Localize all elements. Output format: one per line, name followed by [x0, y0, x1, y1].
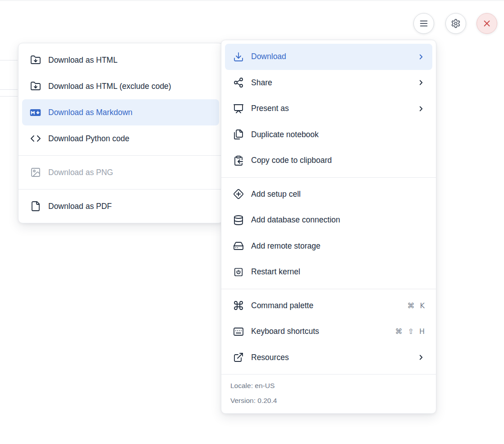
- menu-item-label: Duplicate notebook: [251, 130, 319, 139]
- share-icon: [233, 77, 244, 88]
- menu-item-label: Add remote storage: [251, 241, 321, 251]
- version-label: Version: 0.20.4: [230, 393, 427, 408]
- menu-item-label: Download as Markdown: [48, 108, 133, 117]
- external-link-icon: [233, 352, 244, 363]
- menu-item-label: Keyboard shortcuts: [251, 327, 319, 336]
- menu-item-label: Download as HTML (exclude code): [48, 82, 171, 91]
- menu-item-download-as-html-exclude-code[interactable]: Download as HTML (exclude code): [22, 73, 219, 99]
- hard-drive-icon: [233, 240, 244, 252]
- menu-item-label: Share: [251, 78, 272, 88]
- menu-item-present-as[interactable]: Present as: [225, 96, 432, 122]
- folder-down-icon: [30, 81, 41, 92]
- chevron-right-icon: [417, 353, 425, 361]
- page-top-border: [0, 0, 504, 1]
- presentation-icon: [233, 103, 244, 114]
- menu-item-restart-kernel[interactable]: Restart kernel: [225, 259, 432, 285]
- menu-item-label: Restart kernel: [251, 267, 300, 277]
- shortcut-hint: ⌘ ⇧ H: [395, 327, 425, 336]
- power-icon: [233, 266, 244, 278]
- menu-item-label: Copy code to clipboard: [251, 156, 332, 165]
- menu-item-label: Command palette: [251, 301, 313, 310]
- chevron-right-icon: [417, 105, 425, 113]
- menu-item-label: Resources: [251, 353, 289, 362]
- menu-item-label: Present as: [251, 104, 289, 113]
- download-submenu: Download as HTML Download as HTML (exclu…: [18, 43, 223, 223]
- app-stage: Download as HTML Download as HTML (exclu…: [0, 0, 504, 444]
- background-cell-border: [0, 96, 18, 97]
- settings-button[interactable]: [445, 13, 466, 34]
- download-icon: [233, 51, 244, 62]
- notebook-actions-menu: Download Share Present as: [221, 40, 436, 414]
- background-cell-border: [0, 60, 18, 60]
- menu-item-download-as-html[interactable]: Download as HTML: [22, 47, 219, 73]
- folder-down-icon: [30, 55, 41, 66]
- clipboard-copy-icon: [233, 155, 244, 166]
- menu-item-label: Download as HTML: [48, 56, 118, 65]
- hamburger-icon: [419, 18, 429, 28]
- keyboard-icon: [233, 326, 244, 337]
- menu-item-label: Add database connection: [251, 215, 340, 225]
- menu-item-download-as-markdown[interactable]: Download as Markdown: [22, 99, 219, 125]
- close-icon: [482, 18, 492, 28]
- code-icon: [30, 133, 41, 144]
- menu-item-label: Download Python code: [48, 134, 129, 143]
- duplicate-icon: [233, 129, 244, 140]
- diamond-plus-icon: [233, 189, 244, 200]
- image-icon: [30, 167, 41, 178]
- shortcut-hint: ⌘ K: [407, 301, 425, 310]
- locale-label: Locale: en-US: [230, 378, 427, 393]
- menu-item-label: Add setup cell: [251, 190, 301, 199]
- menu-item-duplicate-notebook[interactable]: Duplicate notebook: [225, 122, 432, 148]
- menu-item-label: Download: [251, 52, 286, 61]
- markdown-icon: [30, 107, 41, 118]
- menu-item-add-remote-storage[interactable]: Add remote storage: [225, 233, 432, 259]
- chevron-right-icon: [417, 79, 425, 87]
- menu-item-download-as-png: Download as PNG: [22, 159, 219, 185]
- menu-item-share[interactable]: Share: [225, 70, 432, 96]
- menu-item-add-setup-cell[interactable]: Add setup cell: [225, 181, 432, 208]
- gear-icon: [451, 18, 461, 28]
- file-icon: [30, 201, 41, 212]
- menu-item-download-python-code[interactable]: Download Python code: [22, 125, 219, 152]
- menu-item-add-database-connection[interactable]: Add database connection: [225, 207, 432, 233]
- shutdown-button[interactable]: [477, 13, 497, 34]
- menu-item-label: Download as PDF: [48, 202, 112, 211]
- menu-item-download-as-pdf[interactable]: Download as PDF: [22, 193, 219, 219]
- menu-item-download[interactable]: Download: [225, 44, 432, 70]
- notebook-menu-button[interactable]: [413, 13, 434, 34]
- menu-item-resources[interactable]: Resources: [225, 345, 432, 371]
- menu-footer: Locale: en-US Version: 0.20.4: [221, 375, 436, 413]
- chevron-right-icon: [417, 53, 425, 61]
- menu-item-copy-code-to-clipboard[interactable]: Copy code to clipboard: [225, 148, 432, 174]
- command-icon: [233, 300, 244, 311]
- menu-item-keyboard-shortcuts[interactable]: Keyboard shortcuts ⌘ ⇧ H: [225, 319, 432, 345]
- menu-item-label: Download as PNG: [48, 168, 113, 177]
- background-cell-border: [0, 89, 18, 90]
- database-icon: [233, 214, 244, 226]
- menu-item-command-palette[interactable]: Command palette ⌘ K: [225, 293, 432, 319]
